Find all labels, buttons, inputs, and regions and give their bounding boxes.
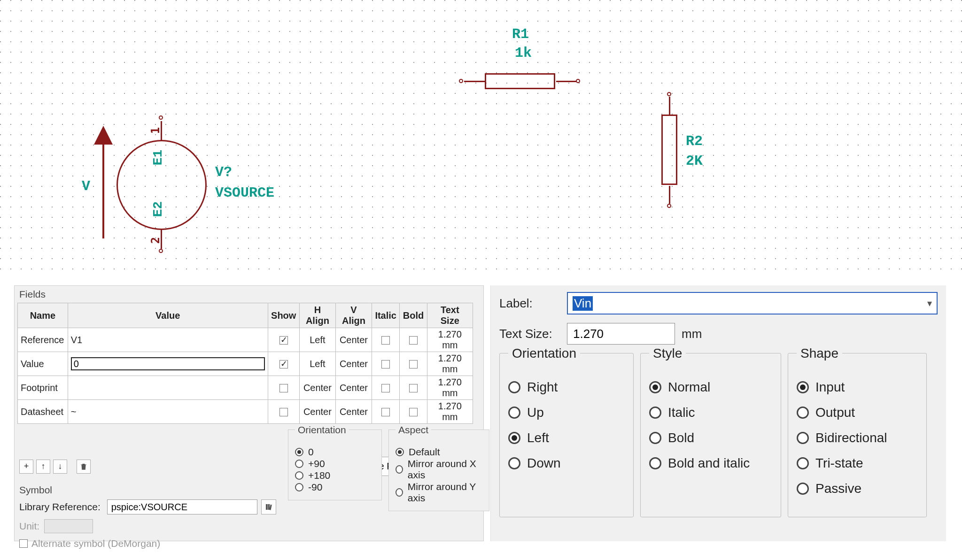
label-combobox[interactable]: Vin ▾ (567, 292, 938, 315)
label-shape-group: Shape InputOutputBidirectionalTri-stateP… (788, 353, 927, 517)
radio-option[interactable]: Down (508, 456, 625, 471)
cell-value[interactable]: ~ (68, 400, 268, 424)
italic-checkbox[interactable] (381, 384, 390, 392)
radio-label: Down (527, 456, 561, 471)
cell-halign[interactable]: Left (299, 328, 335, 352)
r1-pin-left[interactable] (459, 79, 463, 83)
cell-halign[interactable]: Left (299, 352, 335, 376)
vsrc-pin-top[interactable] (159, 115, 163, 120)
bold-checkbox[interactable] (409, 360, 418, 368)
radio-icon (396, 448, 404, 456)
show-checkbox[interactable] (279, 336, 288, 345)
cell-name[interactable]: Footprint (18, 376, 68, 400)
cell-valign[interactable]: Center (335, 400, 372, 424)
radio-label: +180 (308, 470, 330, 481)
radio-option[interactable]: -90 (295, 482, 375, 493)
cell-name[interactable]: Reference (18, 328, 68, 352)
radio-option[interactable]: +180 (295, 470, 375, 481)
library-browse-button[interactable] (261, 499, 276, 514)
show-checkbox[interactable] (279, 384, 288, 392)
cell-valign[interactable]: Center (335, 352, 372, 376)
bold-checkbox[interactable] (409, 408, 418, 416)
delete-field-button[interactable] (77, 460, 91, 474)
radio-option[interactable]: Right (508, 380, 625, 395)
fields-title: Fields (15, 286, 483, 303)
radio-icon (797, 483, 809, 495)
cell-halign[interactable]: Center (299, 400, 335, 424)
r1-body[interactable] (485, 73, 555, 89)
radio-option[interactable]: Italic (649, 405, 772, 420)
cell-valign[interactable]: Center (335, 328, 372, 352)
cell-name[interactable]: Datasheet (18, 400, 68, 424)
radio-icon (396, 488, 403, 497)
italic-checkbox[interactable] (381, 336, 390, 345)
library-reference-input[interactable] (107, 499, 257, 514)
move-down-button[interactable]: ↓ (53, 460, 67, 474)
r2-pin-bottom[interactable] (667, 204, 671, 208)
text-size-input[interactable] (567, 323, 675, 345)
radio-option[interactable]: Default (396, 446, 482, 458)
cell-value[interactable]: V1 (68, 328, 268, 352)
radio-option[interactable]: Passive (797, 481, 918, 496)
cell-tsize[interactable]: 1.270 mm (427, 352, 473, 376)
cell-halign[interactable]: Center (299, 376, 335, 400)
radio-label: Mirror around Y axis (408, 481, 482, 504)
cell-value[interactable] (68, 376, 268, 400)
move-up-button[interactable]: ↑ (36, 460, 50, 474)
vsrc-pin-num-top: 1 (149, 127, 162, 134)
vsrc-pin-bot[interactable] (159, 249, 163, 253)
label-style-title: Style (649, 346, 686, 361)
col-value: Value (68, 303, 268, 328)
cell-name[interactable]: Value (18, 352, 68, 376)
radio-label: Tri-state (815, 456, 863, 471)
radio-option[interactable]: Left (508, 430, 625, 445)
table-row[interactable]: Footprint Center Center 1.270 mm (18, 376, 473, 400)
radio-label: Bidirectional (815, 430, 887, 445)
label-value: Vin (573, 296, 593, 311)
radio-option[interactable]: Bold and italic (649, 456, 772, 471)
cell-value[interactable] (68, 352, 268, 376)
demorgan-checkbox[interactable] (19, 539, 28, 548)
radio-option[interactable]: Output (797, 405, 918, 420)
radio-icon (295, 483, 303, 491)
show-checkbox[interactable] (279, 408, 288, 416)
radio-option[interactable]: Up (508, 405, 625, 420)
italic-checkbox[interactable] (381, 408, 390, 416)
schematic-canvas[interactable]: R1 1k R2 2K 1 2 E1 E2 V? VSOURCE V (0, 0, 962, 277)
radio-option[interactable]: Mirror around X axis (396, 458, 482, 481)
cell-valign[interactable]: Center (335, 376, 372, 400)
radio-option[interactable]: Normal (649, 380, 772, 395)
table-row[interactable]: Value Left Center 1.270 mm (18, 352, 473, 376)
radio-option[interactable]: Bold (649, 430, 772, 445)
radio-label: Default (409, 446, 440, 458)
radio-option[interactable]: +90 (295, 458, 375, 469)
r1-val: 1k (515, 45, 532, 61)
radio-option[interactable]: Input (797, 380, 918, 395)
radio-option[interactable]: Mirror around Y axis (396, 481, 482, 504)
r2-pin-top[interactable] (667, 92, 671, 96)
radio-option[interactable]: 0 (295, 446, 375, 458)
r2-body[interactable] (661, 115, 677, 185)
unit-label: Unit: (19, 521, 39, 532)
show-checkbox[interactable] (279, 360, 288, 368)
radio-option[interactable]: Bidirectional (797, 430, 918, 445)
unit-select[interactable] (44, 519, 93, 533)
v-arrow-head (94, 126, 113, 145)
radio-icon (508, 381, 520, 393)
radio-icon (649, 432, 661, 444)
radio-label: Bold and italic (668, 456, 750, 471)
value-edit-input[interactable] (71, 357, 265, 370)
radio-option[interactable]: Tri-state (797, 456, 918, 471)
bold-checkbox[interactable] (409, 336, 418, 345)
table-row[interactable]: Reference V1 Left Center 1.270 mm (18, 328, 473, 352)
cell-tsize[interactable]: 1.270 mm (427, 328, 473, 352)
italic-checkbox[interactable] (381, 360, 390, 368)
cell-tsize[interactable]: 1.270 mm (427, 400, 473, 424)
cell-tsize[interactable]: 1.270 mm (427, 376, 473, 400)
table-row[interactable]: Datasheet ~ Center Center 1.270 mm (18, 400, 473, 424)
vsrc-e1: E1 (151, 150, 165, 166)
add-field-button[interactable]: + (19, 460, 33, 474)
bold-checkbox[interactable] (409, 384, 418, 392)
radio-label: Passive (815, 481, 861, 496)
r1-pin-right[interactable] (576, 79, 580, 83)
